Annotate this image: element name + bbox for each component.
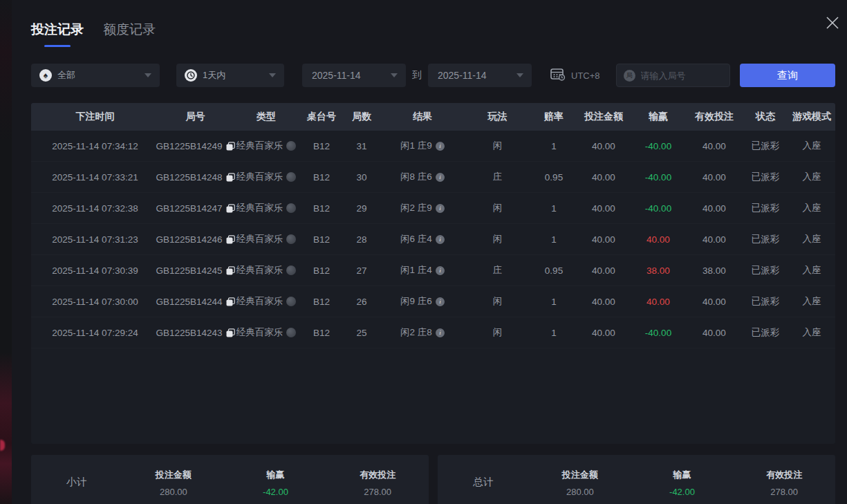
- info-icon[interactable]: i: [436, 173, 445, 182]
- valid-bet-cell: 40.00: [686, 234, 743, 245]
- round-id-cell: GB1225B14249: [159, 141, 232, 151]
- time-range-value: 1天内: [203, 69, 225, 82]
- bet-amount-cell: 40.00: [577, 265, 631, 276]
- bet-time-cell: 2025-11-14 07:29:24: [31, 328, 159, 338]
- status-cell: 已派彩: [743, 295, 788, 308]
- game-type-cell: 经典百家乐: [232, 264, 301, 277]
- subtotal-bet-amount: 投注金额 280.00: [122, 469, 225, 497]
- win-loss-cell: 38.00: [631, 265, 686, 276]
- info-icon[interactable]: i: [436, 142, 445, 151]
- table-body: 2025-11-14 07:34:12GB1225B14249经典百家乐B123…: [31, 131, 835, 348]
- info-icon[interactable]: i: [436, 204, 445, 213]
- bet-time-cell: 2025-11-14 07:30:39: [31, 265, 159, 276]
- result-cell: 闲8 庄6i: [381, 171, 464, 183]
- round-number-cell: 25: [342, 328, 381, 338]
- bet-records-table: 下注时间局号类型桌台号局数结果玩法赔率投注金额输赢有效投注状态游戏模式 2025…: [31, 103, 835, 444]
- round-id-icon: 局: [624, 70, 635, 82]
- column-header: 局号: [159, 111, 232, 123]
- game-type-value: 全部: [57, 69, 75, 82]
- round-id-cell: GB1225B14248: [159, 172, 232, 183]
- bet-time-cell: 2025-11-14 07:34:12: [31, 141, 159, 151]
- win-loss-cell: -40.00: [631, 328, 686, 338]
- tab-bet-records[interactable]: 投注记录: [31, 21, 84, 47]
- table-no-cell: B12: [301, 265, 342, 276]
- odds-cell: 1: [531, 234, 577, 245]
- result-cell: 闲2 庄9i: [381, 202, 464, 214]
- valid-bet-cell: 40.00: [686, 203, 743, 214]
- info-icon[interactable]: i: [436, 266, 445, 275]
- odds-cell: 1: [531, 297, 577, 307]
- table-row: 2025-11-14 07:30:39GB1225B14245经典百家乐B122…: [31, 255, 835, 286]
- play-type-cell: 闲: [464, 326, 531, 339]
- game-logo-icon: [286, 265, 296, 275]
- active-tab-underline: [44, 45, 71, 47]
- game-mode-cell: 入座: [788, 326, 835, 339]
- column-header: 状态: [743, 111, 788, 123]
- column-header: 局数: [342, 111, 381, 123]
- bet-amount-cell: 40.00: [577, 234, 631, 245]
- subtotal-valid-bet: 有效投注 278.00: [326, 469, 429, 497]
- column-header: 类型: [232, 111, 301, 123]
- column-header: 输赢: [631, 111, 686, 123]
- round-number-cell: 28: [342, 234, 381, 245]
- valid-bet-cell: 40.00: [686, 172, 743, 183]
- subtotal-panel: 小计 投注金额 280.00 输赢 -42.00 有效投注 278.00: [31, 455, 429, 504]
- valid-bet-cell: 40.00: [686, 297, 743, 307]
- total-label: 总计: [438, 469, 529, 489]
- tab-bet-records-label: 投注记录: [31, 22, 84, 37]
- bet-time-cell: 2025-11-14 07:33:21: [31, 172, 159, 183]
- chevron-down-icon: [516, 73, 523, 77]
- odds-cell: 0.95: [531, 265, 577, 276]
- table-row: 2025-11-14 07:29:24GB1225B14243经典百家乐B122…: [31, 317, 835, 348]
- status-cell: 已派彩: [743, 140, 788, 152]
- info-icon[interactable]: i: [436, 235, 445, 244]
- timezone-display: UTC+8: [550, 68, 600, 83]
- date-to-picker[interactable]: 2025-11-14: [428, 64, 532, 87]
- chevron-down-icon: [391, 73, 398, 77]
- round-number-cell: 26: [342, 297, 381, 307]
- play-type-cell: 闲: [464, 140, 531, 152]
- table-no-cell: B12: [301, 297, 342, 307]
- tab-quota-records[interactable]: 额度记录: [103, 21, 156, 47]
- game-logo-icon: [286, 141, 296, 151]
- round-number-cell: 29: [342, 203, 381, 214]
- round-id-search: 局: [616, 64, 730, 87]
- result-cell: 闲6 庄4i: [381, 233, 464, 245]
- game-type-dropdown[interactable]: ♠ 全部: [31, 64, 160, 87]
- bet-time-cell: 2025-11-14 07:32:38: [31, 203, 159, 214]
- game-logo-icon: [286, 297, 296, 306]
- game-type-cell: 经典百家乐: [232, 171, 301, 183]
- result-cell: 闲1 庄4i: [381, 264, 464, 277]
- table-row: 2025-11-14 07:32:38GB1225B14247经典百家乐B122…: [31, 193, 835, 224]
- date-from-picker[interactable]: 2025-11-14: [302, 64, 406, 87]
- round-id-input[interactable]: [641, 71, 724, 81]
- game-mode-cell: 入座: [788, 264, 835, 277]
- filter-bar: ♠ 全部 1天内 2025-11-14 到 2025-: [31, 64, 835, 87]
- game-type-cell: 经典百家乐: [232, 326, 301, 339]
- valid-bet-cell: 40.00: [686, 328, 743, 338]
- timezone-value: UTC+8: [571, 71, 600, 81]
- bet-amount-cell: 40.00: [577, 172, 631, 183]
- win-loss-cell: -40.00: [631, 141, 686, 151]
- game-type-cell: 经典百家乐: [232, 233, 301, 245]
- column-header: 结果: [381, 111, 464, 123]
- search-button[interactable]: 查询: [740, 64, 835, 87]
- win-loss-cell: 40.00: [631, 297, 686, 307]
- valid-bet-cell: 38.00: [686, 265, 743, 276]
- column-header: 游戏模式: [788, 111, 835, 123]
- column-header: 赔率: [531, 111, 577, 123]
- calendar-clock-icon: [550, 68, 566, 83]
- round-id-cell: GB1225B14245: [159, 265, 232, 276]
- column-header: 有效投注: [686, 111, 743, 123]
- info-icon[interactable]: i: [436, 297, 445, 306]
- play-type-cell: 闲: [464, 233, 531, 245]
- game-type-cell: 经典百家乐: [232, 202, 301, 214]
- info-icon[interactable]: i: [436, 328, 445, 337]
- table-no-cell: B12: [301, 328, 342, 338]
- spade-icon: ♠: [39, 69, 52, 82]
- tab-bar: 投注记录 额度记录: [31, 0, 835, 47]
- table-row: 2025-11-14 07:33:21GB1225B14248经典百家乐B123…: [31, 162, 835, 193]
- total-win-loss: 输赢 -42.00: [631, 469, 734, 497]
- time-range-dropdown[interactable]: 1天内: [176, 64, 284, 87]
- game-mode-cell: 入座: [788, 295, 835, 308]
